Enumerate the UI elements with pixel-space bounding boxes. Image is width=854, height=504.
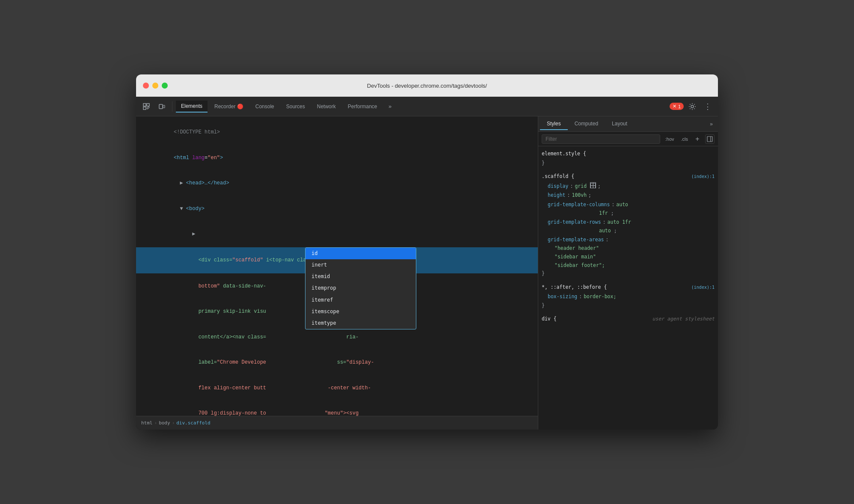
style-prop-grid-template-areas: grid-template-areas :: [548, 235, 715, 245]
dom-line: 700 lg:display-none to "menu"><svg: [136, 401, 538, 416]
autocomplete-item-itemid[interactable]: itemid: [305, 271, 416, 282]
hov-filter-button[interactable]: :hov: [664, 136, 676, 142]
style-selector-scaffold: .scaffold { (index):1: [542, 172, 715, 181]
styles-content: element.style { } .scaffold { (index):1 …: [538, 146, 718, 430]
more-options-button[interactable]: ⋮: [701, 100, 715, 113]
style-rule-universal: *, ::after, ::before { (index):1 box-siz…: [542, 283, 715, 310]
devtools-window: DevTools - developer.chrome.com/tags/dev…: [136, 74, 718, 430]
style-selector: element.style {: [542, 150, 715, 158]
scaffold-style-block: display : grid ;: [542, 182, 715, 270]
svg-rect-2: [163, 105, 165, 108]
toggle-sidebar-button[interactable]: [705, 134, 715, 144]
autocomplete-item-id[interactable]: id: [305, 248, 416, 259]
tab-performance[interactable]: Performance: [343, 101, 383, 112]
dom-line: ▼ <body>: [136, 196, 538, 222]
styles-filter-bar: :hov .cls +: [538, 132, 718, 146]
autocomplete-item-itemscope[interactable]: itemscope: [305, 306, 416, 317]
style-prop-box-sizing: box-sizing : border-box;: [548, 292, 715, 302]
cls-filter-button[interactable]: .cls: [679, 136, 690, 142]
autocomplete-item-itemref[interactable]: itemref: [305, 294, 416, 306]
title-bar: DevTools - developer.chrome.com/tags/dev…: [136, 74, 718, 97]
style-file-ref[interactable]: (index):1: [691, 173, 715, 180]
style-selector-div: div { user agent stylesheet: [542, 315, 715, 323]
dom-line: ▶ <head>…</head>: [136, 171, 538, 196]
error-badge[interactable]: ✕ 1: [670, 103, 684, 110]
breadcrumb-item-html[interactable]: html: [141, 420, 153, 426]
grid-layout-icon[interactable]: [590, 182, 596, 188]
window-title: DevTools - developer.chrome.com/tags/dev…: [367, 83, 487, 89]
styles-filter-input[interactable]: [542, 134, 660, 144]
minimize-button[interactable]: [152, 83, 158, 89]
style-prop-height: height : 100vh ;: [548, 191, 715, 200]
elements-content[interactable]: <!DOCTYPE html> <html lang="en"> ▶ <head…: [136, 116, 538, 416]
dom-line: label="Chrome Develope ss="display-: [136, 350, 538, 376]
style-selector-universal: *, ::after, ::before { (index):1: [542, 283, 715, 292]
svg-rect-4: [707, 136, 712, 142]
tab-styles[interactable]: Styles: [540, 118, 568, 130]
traffic-lights: [143, 83, 168, 89]
tab-elements[interactable]: Elements: [176, 101, 208, 113]
add-style-rule-button[interactable]: +: [693, 135, 702, 143]
breadcrumb-item-scaffold[interactable]: div.scaffold: [176, 420, 210, 426]
style-rule-element: element.style { }: [542, 150, 715, 167]
autocomplete-item-inert[interactable]: inert: [305, 259, 416, 271]
style-prop-rows-cont: auto ;: [548, 227, 715, 235]
style-prop-areas-val3: "sidebar footer";: [548, 261, 715, 270]
tab-layout[interactable]: Layout: [605, 118, 634, 130]
style-rule-div: div { user agent stylesheet: [542, 315, 715, 323]
autocomplete-item-itemtype[interactable]: itemtype: [305, 317, 416, 329]
dom-line: ▶: [136, 222, 538, 247]
style-prop-grid-template-rows: grid-template-rows : auto 1fr: [548, 218, 715, 227]
style-prop-grid-columns-cont: 1fr ;: [548, 209, 715, 218]
dom-line: <!DOCTYPE html>: [136, 120, 538, 145]
styles-panel: Styles Computed Layout » :hov .cls +: [538, 116, 718, 430]
tab-computed[interactable]: Computed: [568, 118, 605, 130]
topbar-separator: [172, 101, 172, 112]
breadcrumb-item-body[interactable]: body: [159, 420, 170, 426]
dom-line: <html lang="en">: [136, 145, 538, 171]
dom-line: flex align-center butt -center width-: [136, 376, 538, 401]
more-tabs-button[interactable]: »: [384, 101, 396, 113]
autocomplete-dropdown: id inert itemid itemprop itemref itemsco…: [305, 247, 416, 329]
tab-sources[interactable]: Sources: [281, 101, 310, 112]
devtools-main: <!DOCTYPE html> <html lang="en"> ▶ <head…: [136, 116, 718, 430]
device-toolbar-button[interactable]: [155, 100, 169, 113]
devtools-topbar: Elements Recorder 🔴 Console Sources Netw…: [136, 97, 718, 116]
style-rule-scaffold: .scaffold { (index):1 display : grid: [542, 172, 715, 278]
tab-recorder[interactable]: Recorder 🔴: [209, 101, 249, 112]
svg-rect-0: [143, 104, 146, 106]
close-button[interactable]: [143, 83, 149, 89]
style-prop-areas-val: "header header": [548, 244, 715, 253]
universal-style-block: box-sizing : border-box;: [542, 292, 715, 302]
svg-point-3: [691, 105, 694, 108]
style-prop-areas-val2: "sidebar main": [548, 253, 715, 261]
breadcrumb-bar: html › body › div.scaffold: [136, 416, 538, 430]
svg-rect-1: [159, 104, 163, 109]
elements-panel: <!DOCTYPE html> <html lang="en"> ▶ <head…: [136, 116, 538, 430]
style-prop-display: display : grid ;: [548, 182, 715, 191]
tab-network[interactable]: Network: [312, 101, 341, 112]
autocomplete-container: <div class="scaffold" i<top-nav class="d…: [136, 247, 538, 274]
style-prop-grid-template-columns: grid-template-columns : auto: [548, 200, 715, 210]
inspect-element-button[interactable]: [139, 100, 153, 113]
autocomplete-item-itemprop[interactable]: itemprop: [305, 282, 416, 294]
styles-tabs: Styles Computed Layout »: [538, 116, 718, 132]
maximize-button[interactable]: [162, 83, 168, 89]
style-file-ref-2[interactable]: (index):1: [691, 284, 715, 291]
tab-console[interactable]: Console: [250, 101, 279, 112]
more-style-tabs[interactable]: »: [706, 119, 716, 129]
settings-button[interactable]: [685, 100, 699, 113]
